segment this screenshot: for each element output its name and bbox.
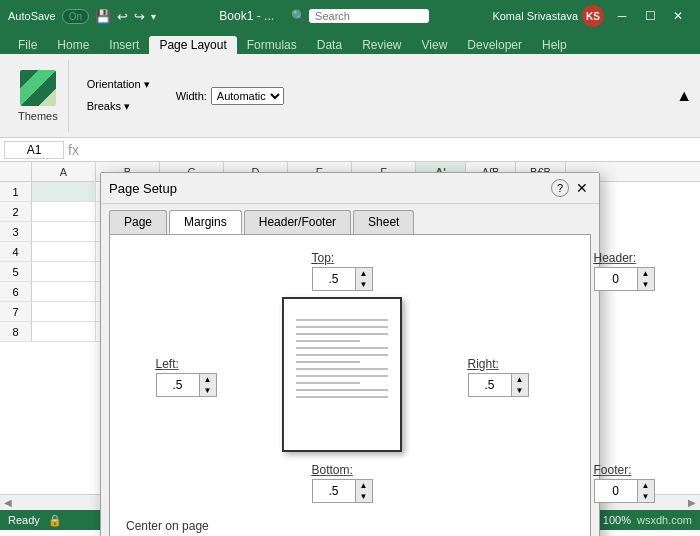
- dialog-tab-page[interactable]: Page: [109, 210, 167, 234]
- minimize-button[interactable]: ─: [608, 2, 636, 30]
- window-title: Book1 - ... 🔍: [156, 9, 492, 23]
- top-spinner: ▲ ▼: [312, 267, 373, 291]
- autosave-label: AutoSave: [8, 10, 56, 22]
- right-spinner-buttons: ▲ ▼: [511, 374, 528, 396]
- dialog-title: Page Setup: [109, 181, 177, 196]
- title-bar-right: Komal Srivastava KS ─ ☐ ✕: [492, 2, 692, 30]
- status-icon[interactable]: 🔒: [48, 514, 62, 527]
- bottom-increment-button[interactable]: ▲: [356, 480, 372, 491]
- preview-lines: [296, 319, 388, 398]
- bottom-spinner-buttons: ▲ ▼: [355, 480, 372, 502]
- header-spinner: ▲ ▼: [594, 267, 655, 291]
- bottom-input[interactable]: [313, 482, 355, 500]
- left-label: Left:: [156, 357, 179, 371]
- tab-file[interactable]: File: [8, 36, 47, 54]
- tab-help[interactable]: Help: [532, 36, 577, 54]
- undo-icon[interactable]: ↩: [117, 9, 128, 24]
- ribbon-group-size: Width: Automatic: [168, 83, 292, 109]
- dialog-tab-headerfooter[interactable]: Header/Footer: [244, 210, 351, 234]
- save-icon[interactable]: 💾: [95, 9, 111, 24]
- tab-home[interactable]: Home: [47, 36, 99, 54]
- scroll-right-icon[interactable]: ▶: [688, 497, 700, 508]
- ribbon: Themes Orientation ▾ Breaks ▾ Width: Aut…: [0, 54, 700, 138]
- footer-spinner-buttons: ▲ ▼: [637, 480, 654, 502]
- tab-formulas[interactable]: Formulas: [237, 36, 307, 54]
- dialog-header-buttons: ? ✕: [551, 179, 591, 197]
- ribbon-group-themes: Themes: [8, 60, 69, 132]
- top-label: Top:: [312, 251, 335, 265]
- redo-icon[interactable]: ↪: [134, 9, 145, 24]
- width-control: Width: Automatic: [176, 87, 284, 105]
- orientation-button[interactable]: Orientation ▾: [81, 75, 156, 94]
- close-button[interactable]: ✕: [664, 2, 692, 30]
- bottom-margin-field: Bottom: ▲ ▼: [312, 463, 373, 503]
- page-setup-dialog: Page Setup ? ✕ Page Margins Header/Foote…: [100, 172, 600, 536]
- footer-decrement-button[interactable]: ▼: [638, 491, 654, 502]
- maximize-button[interactable]: ☐: [636, 2, 664, 30]
- right-increment-button[interactable]: ▲: [512, 374, 528, 385]
- preview-line: [296, 333, 388, 335]
- dialog-tabs: Page Margins Header/Footer Sheet: [101, 204, 599, 234]
- title-bar-left: AutoSave On 💾 ↩ ↪ ▾: [8, 9, 156, 24]
- top-spinner-buttons: ▲ ▼: [355, 268, 372, 290]
- themes-icon[interactable]: [20, 70, 56, 106]
- tab-page-layout[interactable]: Page Layout: [149, 36, 236, 54]
- bottom-label: Bottom:: [312, 463, 353, 477]
- footer-input[interactable]: [595, 482, 637, 500]
- themes-label: Themes: [18, 110, 58, 122]
- window-controls: ─ ☐ ✕: [608, 2, 692, 30]
- left-margin-field: Left: ▲ ▼: [156, 357, 217, 397]
- preview-line: [296, 375, 388, 377]
- autosave-toggle[interactable]: On: [62, 9, 89, 24]
- header-increment-button[interactable]: ▲: [638, 268, 654, 279]
- preview-line: [296, 389, 388, 391]
- dialog-overlay: Page Setup ? ✕ Page Margins Header/Foote…: [0, 162, 700, 494]
- wsxdh-watermark: wsxdh.com: [637, 514, 692, 526]
- left-decrement-button[interactable]: ▼: [200, 385, 216, 396]
- top-decrement-button[interactable]: ▼: [356, 279, 372, 290]
- user-avatar: KS: [582, 5, 604, 27]
- preview-line: [296, 319, 388, 321]
- header-decrement-button[interactable]: ▼: [638, 279, 654, 290]
- right-input[interactable]: [469, 376, 511, 394]
- top-input[interactable]: [313, 270, 355, 288]
- formula-divider: fx: [68, 142, 79, 158]
- dialog-close-button[interactable]: ✕: [573, 179, 591, 197]
- header-spinner-buttons: ▲ ▼: [637, 268, 654, 290]
- footer-margin-field: Footer: ▲ ▼: [594, 463, 655, 503]
- right-decrement-button[interactable]: ▼: [512, 385, 528, 396]
- footer-increment-button[interactable]: ▲: [638, 480, 654, 491]
- formula-bar: fx: [0, 138, 700, 162]
- header-input[interactable]: [595, 270, 637, 288]
- margins-layout: Top: ▲ ▼ Header:: [126, 251, 574, 536]
- collapse-ribbon-icon[interactable]: ▲: [676, 87, 692, 105]
- dialog-help-button[interactable]: ?: [551, 179, 569, 197]
- top-margin-field: Top: ▲ ▼: [312, 251, 373, 291]
- scroll-left-icon[interactable]: ◀: [0, 497, 12, 508]
- preview-line: [296, 354, 388, 356]
- top-increment-button[interactable]: ▲: [356, 268, 372, 279]
- cell-reference-input[interactable]: [4, 141, 64, 159]
- search-input[interactable]: [309, 9, 429, 23]
- formula-input[interactable]: [83, 143, 696, 157]
- breaks-button[interactable]: Breaks ▾: [81, 97, 156, 116]
- width-select[interactable]: Automatic: [211, 87, 284, 105]
- dialog-tab-margins[interactable]: Margins: [169, 210, 242, 234]
- ribbon-group-page-setup: Orientation ▾ Breaks ▾: [73, 71, 164, 120]
- left-input[interactable]: [157, 376, 199, 394]
- left-increment-button[interactable]: ▲: [200, 374, 216, 385]
- dialog-content: Top: ▲ ▼ Header:: [109, 234, 591, 536]
- status-right: 100% wsxdh.com: [603, 514, 692, 526]
- left-spinner: ▲ ▼: [156, 373, 217, 397]
- preview-line: [296, 382, 360, 384]
- ready-status: Ready: [8, 514, 40, 526]
- bottom-decrement-button[interactable]: ▼: [356, 491, 372, 502]
- tab-developer[interactable]: Developer: [457, 36, 532, 54]
- tab-review[interactable]: Review: [352, 36, 411, 54]
- dialog-tab-sheet[interactable]: Sheet: [353, 210, 414, 234]
- tab-insert[interactable]: Insert: [99, 36, 149, 54]
- tab-view[interactable]: View: [412, 36, 458, 54]
- main-area: A B C D E F A' A∫B B€B 1 2 3 4 5 6 7 8 P…: [0, 162, 700, 494]
- preview-line: [296, 326, 388, 328]
- tab-data[interactable]: Data: [307, 36, 352, 54]
